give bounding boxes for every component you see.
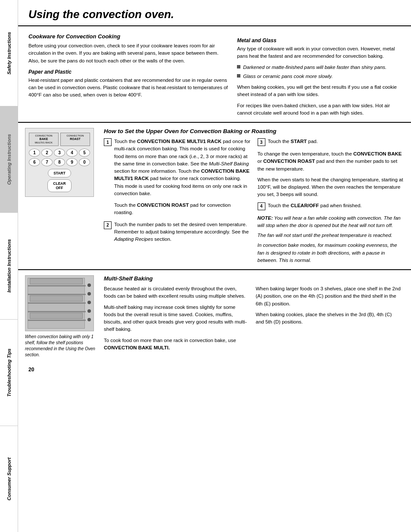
bullet-icon-1 bbox=[237, 65, 240, 68]
heat-note: When the oven starts to heat the changin… bbox=[258, 176, 405, 199]
metal-text: Any type of cookware will work in your c… bbox=[237, 45, 401, 60]
howto-left-col: Convection Bake Multi/1 Rack Convection … bbox=[18, 123, 102, 269]
page-title: Using the convection oven. bbox=[18, 0, 411, 26]
rack-dot-4 bbox=[87, 309, 91, 313]
step-3-text: Touch the START pad. bbox=[268, 138, 318, 146]
sidebar-section-operating[interactable]: Operating Instructions bbox=[0, 106, 18, 213]
food-item-mid bbox=[30, 296, 83, 302]
step-roast-text: Touch the CONVECTION ROAST pad for conve… bbox=[114, 202, 251, 217]
step-1: 1 Touch the CONVECTION BAKE MULTI/1 RACK… bbox=[104, 138, 251, 197]
bullet-item-2: Glass or ceramic pans cook more slowly. bbox=[237, 73, 401, 80]
food-item-top bbox=[30, 278, 83, 284]
key-5[interactable]: 5 bbox=[79, 149, 90, 157]
rack-dot-5 bbox=[87, 318, 91, 321]
start-button[interactable]: Start bbox=[48, 169, 71, 177]
bullet-text-1: Darkened or matte-finished pans will bak… bbox=[243, 64, 386, 71]
oven-panel: Convection Bake Multi/1 Rack Convection … bbox=[25, 128, 94, 197]
key-0[interactable]: 0 bbox=[79, 158, 90, 166]
sidebar-label-installation: Installation Instructions bbox=[6, 239, 12, 292]
shelf-a bbox=[28, 285, 86, 286]
clear-off-button[interactable]: ClearOff bbox=[47, 179, 71, 192]
bullet-item-1: Darkened or matte-finished pans will bak… bbox=[237, 64, 401, 71]
step-3-number: 3 bbox=[258, 138, 265, 146]
key-3[interactable]: 3 bbox=[54, 149, 65, 157]
change-temp-text: To change the oven temperature, touch th… bbox=[258, 150, 405, 173]
cookie-text: When baking cookies, you will get the be… bbox=[237, 84, 401, 99]
sidebar-section-installation[interactable]: Installation Instructions bbox=[0, 213, 18, 319]
key-8[interactable]: 8 bbox=[54, 158, 65, 166]
oven-image-caption: When convection baking with only 1 shelf… bbox=[25, 334, 98, 358]
multishelf-left-col: When convection baking with only 1 shelf… bbox=[18, 270, 102, 363]
cookware-left-col: Cookware for Convection Cooking Before u… bbox=[28, 33, 228, 117]
sidebar-label-consumer: Consumer Support bbox=[6, 457, 12, 501]
bullet-icon-2 bbox=[237, 74, 240, 78]
rack-dot-1 bbox=[87, 283, 91, 287]
fan-note: NOTE: You will hear a fan while cooking … bbox=[258, 215, 405, 230]
key-4[interactable]: 4 bbox=[66, 149, 78, 157]
howto-columns: 1 Touch the CONVECTION BAKE MULTI/1 RACK… bbox=[104, 138, 404, 264]
multishelf-right-text: When baking larger foods on 3 shelves, p… bbox=[256, 285, 401, 352]
multishelf-right-para1: When baking larger foods on 3 shelves, p… bbox=[256, 285, 401, 308]
sidebar-section-troubleshooting[interactable]: Troubleshooting Tips bbox=[0, 320, 18, 426]
oven-numpad: 1 2 3 4 5 6 7 8 9 0 bbox=[29, 149, 90, 166]
shelf-c bbox=[28, 302, 86, 304]
metal-heading: Metal and Glass bbox=[237, 37, 401, 44]
step-2-text: Touch the number pads to set the desired… bbox=[114, 221, 251, 243]
fan-note1: The fan will not start until the preheat… bbox=[258, 232, 405, 239]
multishelf-columns: Because heated air is circulated evenly … bbox=[104, 285, 401, 352]
key-6[interactable]: 6 bbox=[29, 158, 40, 166]
sidebar-label-operating: Operating Instructions bbox=[6, 134, 12, 185]
step-2: 2 Touch the number pads to set the desir… bbox=[104, 221, 251, 243]
step-4-number: 4 bbox=[258, 202, 265, 210]
howto-steps-right: 3 Touch the START pad. To change the ove… bbox=[258, 138, 405, 264]
rack-dot-3 bbox=[87, 301, 91, 304]
multishelf-para1: Because heated air is circulated evenly … bbox=[104, 285, 249, 300]
multishelf-heading: Multi-Shelf Baking bbox=[104, 275, 401, 282]
convection-bake-btn[interactable]: Convection Bake Multi/1 Rack bbox=[29, 133, 59, 146]
chicken-text: For recipes like oven-baked chicken, use… bbox=[237, 102, 401, 117]
multishelf-left-text: Because heated air is circulated evenly … bbox=[104, 285, 249, 352]
step-1-number: 1 bbox=[104, 138, 112, 146]
fan-note2: In convection bake modes, for maximum co… bbox=[258, 242, 405, 264]
oven-panel-buttons: Convection Bake Multi/1 Rack Convection … bbox=[29, 133, 90, 146]
page-number: 20 bbox=[18, 363, 411, 376]
main-content: Using the convection oven. Cookware for … bbox=[18, 0, 411, 532]
paper-text: Heat-resistant paper and plastic contain… bbox=[28, 77, 228, 99]
step-2-number: 2 bbox=[104, 221, 112, 229]
sidebar-label-safety: Safety Instructions bbox=[6, 32, 12, 75]
convection-roast-btn[interactable]: Convection Roast bbox=[60, 133, 90, 146]
step-4: 4 Touch the CLEAR/OFF pad when finished. bbox=[258, 202, 405, 210]
rack-dot-2 bbox=[87, 292, 91, 296]
multishelf-para2: Multi-shelf baking may increase cook tim… bbox=[104, 304, 249, 333]
sidebar: Safety Instructions Operating Instructio… bbox=[0, 0, 18, 532]
sidebar-section-safety[interactable]: Safety Instructions bbox=[0, 0, 18, 106]
cookware-intro: Before using your convection oven, check… bbox=[28, 42, 228, 65]
key-2[interactable]: 2 bbox=[41, 149, 53, 157]
sidebar-label-troubleshooting: Troubleshooting Tips bbox=[6, 348, 12, 397]
key-9[interactable]: 9 bbox=[66, 158, 78, 166]
cookware-right-col: Metal and Glass Any type of cookware wil… bbox=[237, 33, 401, 117]
cookware-section: Cookware for Convection Cooking Before u… bbox=[18, 26, 411, 123]
howto-heading: How to Set the Upper Oven for Convection… bbox=[104, 128, 404, 134]
sidebar-section-consumer[interactable]: Consumer Support bbox=[0, 426, 18, 532]
multishelf-right-col: Multi-Shelf Baking Because heated air is… bbox=[102, 270, 411, 363]
food-item-bot bbox=[30, 313, 83, 319]
oven-control-buttons: Start ClearOff bbox=[29, 169, 90, 192]
cookware-heading: Cookware for Convection Cooking bbox=[28, 33, 228, 40]
oven-illustration bbox=[25, 275, 94, 331]
key-1[interactable]: 1 bbox=[29, 149, 40, 157]
step-4-text: Touch the CLEAR/OFF pad when finished. bbox=[268, 202, 362, 210]
shelf-d bbox=[28, 311, 86, 312]
bullet-text-2: Glass or ceramic pans cook more slowly. bbox=[243, 73, 333, 80]
multishelf-right-para2: When baking cookies, place the shelves i… bbox=[256, 311, 401, 326]
howto-steps-left: 1 Touch the CONVECTION BAKE MULTI/1 RACK… bbox=[104, 138, 251, 264]
step-roast: Touch the CONVECTION ROAST pad for conve… bbox=[104, 202, 251, 217]
step-3: 3 Touch the START pad. bbox=[258, 138, 405, 146]
shelf-e bbox=[28, 320, 86, 321]
howto-section: Convection Bake Multi/1 Rack Convection … bbox=[18, 123, 411, 270]
step-1-text: Touch the CONVECTION BAKE MULTI/1 RACK p… bbox=[114, 138, 251, 197]
key-7[interactable]: 7 bbox=[41, 158, 53, 166]
multishelf-para3: To cook food on more than one rack in co… bbox=[104, 337, 249, 352]
shelf-b bbox=[28, 294, 86, 295]
multishelf-section: When convection baking with only 1 shelf… bbox=[18, 270, 411, 363]
